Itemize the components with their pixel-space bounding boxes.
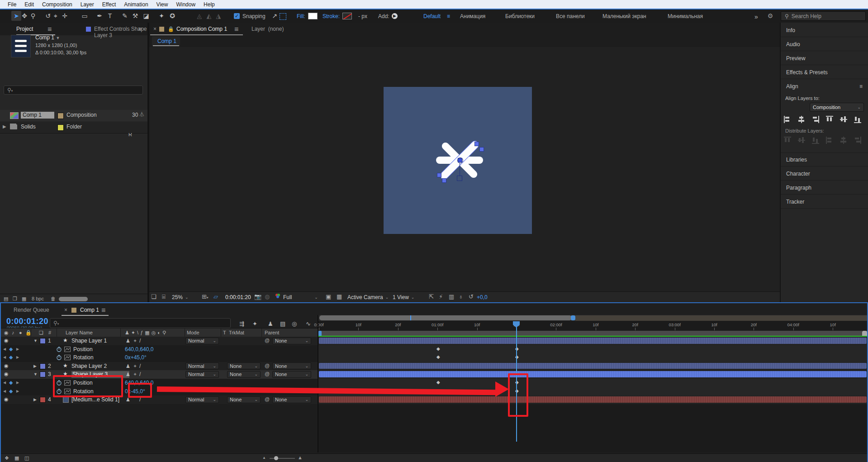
next-keyframe-icon[interactable]: ▶ <box>16 389 19 393</box>
align-vert-center-button[interactable] <box>840 115 848 124</box>
layer-color-chip[interactable] <box>40 338 46 344</box>
sidebar-item-tracker[interactable]: Tracker <box>781 195 868 209</box>
viewer-tab-comp1[interactable]: Comp 1 <box>152 36 180 46</box>
collapse-switch-icon[interactable]: ✦ <box>133 338 137 344</box>
layer-expander-icon[interactable]: ▼ <box>33 338 38 343</box>
tab-project[interactable]: Project <box>16 26 33 32</box>
tab-layer[interactable]: Layer (none) <box>251 26 284 32</box>
workspace-menu-icon[interactable]: ≡ <box>447 13 450 19</box>
prev-keyframe-icon[interactable]: ◀ <box>3 355 6 359</box>
project-tab-overflow[interactable]: » <box>138 25 142 32</box>
camera-orbit-tool-icon[interactable]: ◭ <box>204 11 214 21</box>
comp-panel-menu-icon[interactable]: ≡ <box>234 25 238 33</box>
blend-mode-dropdown[interactable]: Normal⌄ <box>185 338 219 344</box>
workspace-5[interactable]: Минимальная <box>668 13 703 19</box>
brush-tool-icon[interactable]: ✎ <box>120 11 130 21</box>
property-value[interactable]: 640,0,640,0 <box>125 346 153 352</box>
sidebar-item-preview[interactable]: Preview <box>781 52 868 65</box>
sidebar-item-align[interactable]: Align≡ <box>781 80 868 93</box>
snapshot-icon[interactable]: 📷 <box>254 293 261 300</box>
menu-help[interactable]: Help <box>199 1 219 8</box>
selection-handle[interactable] <box>479 147 484 152</box>
layer-color-chip[interactable] <box>40 397 46 403</box>
parent-column-label[interactable]: Parent <box>265 330 279 335</box>
trkmat-dropdown[interactable]: None⌄ <box>227 362 261 369</box>
view-layout-dropdown[interactable]: 1 View⌄ <box>393 294 414 300</box>
reset-exposure-icon[interactable]: ↺ <box>469 293 474 300</box>
parent-dropdown[interactable]: None⌄ <box>272 371 311 378</box>
show-snapshot-icon[interactable]: ◍ <box>265 293 270 300</box>
grid-guides-icon[interactable]: ⊞▾ <box>202 293 208 300</box>
workspace-2[interactable]: Библиотеки <box>505 13 535 19</box>
eraser-tool-icon[interactable]: ◪ <box>141 11 151 21</box>
layer-name-column-label[interactable]: Layer Name <box>66 330 93 335</box>
timeline-column-header[interactable]: ◉♪●🔒❏#Layer Name♟✦\ƒ▦◎◐⚲ModeTTrkMatParen… <box>1 328 318 338</box>
timeline-search-input[interactable]: ⚲▾ <box>50 318 231 328</box>
stroke-swatch[interactable] <box>342 13 352 19</box>
parent-pickwhip-icon[interactable]: @ <box>265 371 270 376</box>
layer-visibility-icon[interactable]: ◉ <box>4 396 9 402</box>
fill-label[interactable]: Fill: <box>297 13 305 19</box>
fast-previews-icon[interactable]: ▥ <box>449 293 454 300</box>
sidebar-item-paragraph[interactable]: Paragraph <box>781 181 868 195</box>
menu-composition[interactable]: Composition <box>38 1 76 8</box>
align-top-button[interactable] <box>825 115 834 124</box>
timeline-graph-row[interactable] <box>318 362 867 371</box>
mode-column-label[interactable]: Mode <box>187 330 199 335</box>
always-preview-icon[interactable]: ❏ <box>151 293 157 300</box>
audio-column-icon[interactable]: ♪ <box>12 330 14 335</box>
property-name[interactable]: Rotation <box>73 354 94 361</box>
eye-column-icon[interactable]: ◉ <box>4 330 9 336</box>
zoom-out-mountain-icon[interactable]: ▲ <box>262 456 266 460</box>
mini-flowchart-icon[interactable]: ♁ <box>459 293 463 300</box>
layer-color-chip[interactable] <box>40 372 46 377</box>
puppet-pin-tool-icon[interactable]: ✪ <box>167 11 177 21</box>
transparency-grid-icon[interactable]: ▦ <box>337 293 342 300</box>
help-search-input[interactable]: ⚲ Search Help <box>781 11 866 21</box>
sidebar-item-effects-presets[interactable]: Effects & Presets <box>781 66 868 79</box>
resolution-dropdown[interactable]: Full⌄ <box>283 294 318 300</box>
quality-switch-icon[interactable]: / <box>139 371 141 377</box>
t-column-label[interactable]: T <box>223 330 226 335</box>
sidebar-item-audio[interactable]: Audio <box>781 38 868 51</box>
timeline-graph-row[interactable]: ◆◆ <box>318 353 867 362</box>
keyframe-diamond[interactable]: ◆ <box>436 354 440 359</box>
property-name[interactable]: Position <box>73 346 93 352</box>
new-comp-icon[interactable]: ▦ <box>22 296 26 302</box>
delete-item-icon[interactable]: 🗑 <box>51 296 56 301</box>
graph-toggle-icon[interactable] <box>64 355 71 360</box>
zoom-in-mountain-icon[interactable]: ▲ <box>298 455 303 460</box>
parent-pickwhip-icon[interactable]: @ <box>265 396 270 402</box>
quality-switch-icon[interactable]: / <box>139 363 141 369</box>
camera-track-tool-icon[interactable]: ◬ <box>194 11 204 21</box>
rectangle-tool-icon[interactable]: ▭ <box>80 11 90 21</box>
shy-switch-icon[interactable]: ♟ <box>126 397 130 403</box>
timeline-graph-row[interactable] <box>318 370 867 379</box>
next-keyframe-icon[interactable]: ▶ <box>16 381 19 385</box>
workspace-settings-icon[interactable]: ⚙ <box>765 11 775 21</box>
next-keyframe-icon[interactable]: ▶ <box>16 355 19 359</box>
fill-swatch[interactable] <box>308 13 318 19</box>
show-channel-icon[interactable] <box>275 293 281 299</box>
layer-duration-bar[interactable] <box>319 338 867 344</box>
pen-tool-icon[interactable]: ✒ <box>95 11 104 21</box>
zoom-tool-icon[interactable]: ⚲ <box>28 11 38 21</box>
viewer-timecode[interactable]: 0:00:01:20 <box>225 294 251 300</box>
property-row[interactable]: ◀◆▶Rotation0x+45,0° <box>1 353 318 362</box>
switches-column-icons[interactable]: ♟✦\ƒ▦◎◐⚲ <box>125 330 168 336</box>
sidebar-item-libraries[interactable]: Libraries <box>781 153 868 167</box>
shy-switch-icon[interactable]: ♟ <box>126 338 130 344</box>
keyframe-at-time-icon[interactable]: ◆ <box>9 388 13 394</box>
eyedropper-snap-icon[interactable]: ↗ <box>270 11 280 21</box>
add-menu-icon[interactable]: ▶ <box>392 13 398 19</box>
share-view-icon[interactable]: ⇱ <box>429 293 434 300</box>
layer-expander-icon[interactable]: ▶ <box>33 397 37 402</box>
exposure-offset[interactable]: +0,0 <box>477 294 488 300</box>
prev-keyframe-icon[interactable]: ◀ <box>3 347 6 351</box>
navigator-end-handle[interactable] <box>571 315 575 320</box>
composition-viewer[interactable] <box>149 47 780 291</box>
prev-keyframe-icon[interactable]: ◀ <box>3 389 6 393</box>
roto-brush-tool-icon[interactable]: ✦ <box>157 11 166 21</box>
menu-layer[interactable]: Layer <box>76 1 98 8</box>
index-column-label[interactable]: # <box>48 330 51 335</box>
